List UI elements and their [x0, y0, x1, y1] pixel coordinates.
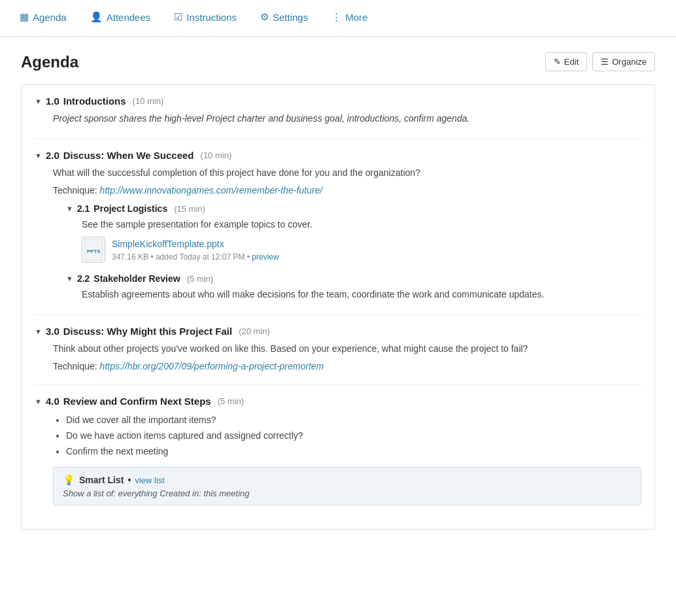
section-2-header: ▼ 2.0 Discuss: When We Succeed (10 min)	[35, 150, 641, 161]
section-2-technique: Technique: http://www.innovationgames.co…	[53, 185, 641, 196]
settings-icon: ⚙	[260, 11, 269, 23]
section-3-toggle[interactable]: ▼	[35, 328, 42, 335]
section-2: ▼ 2.0 Discuss: When We Succeed (10 min) …	[35, 150, 641, 301]
page-content: Agenda ✎ Edit ☰ Organize ▼ 1.0 Introduct…	[0, 37, 676, 545]
sub-2-1-time: (15 min)	[174, 204, 205, 214]
section-3-time: (20 min)	[239, 326, 270, 336]
smart-list-box: 💡 Smart List • view list Show a list of:…	[53, 467, 641, 505]
smart-list-created-value: this meeting	[203, 488, 249, 498]
sub-2-2-description: Establish agreements about who will make…	[82, 288, 641, 301]
section-2-description: What will the successful completion of t…	[53, 166, 641, 180]
edit-button[interactable]: ✎ Edit	[545, 52, 587, 71]
section-2-body: What will the successful completion of t…	[35, 166, 641, 301]
section-4-body: Did we cover all the important items? Do…	[35, 412, 641, 505]
organize-button[interactable]: ☰ Organize	[592, 52, 655, 71]
nav-settings[interactable]: ⚙ Settings	[251, 0, 317, 37]
section-1-number: 1.0	[46, 95, 59, 107]
file-name-link[interactable]: SimpleKickoffTemplate.pptx	[112, 237, 279, 251]
svg-text:PPTX: PPTX	[87, 248, 101, 254]
smart-list-meta: Show a list of: everything Created in: t…	[63, 488, 632, 498]
edit-icon: ✎	[554, 57, 561, 67]
section-4-toggle[interactable]: ▼	[35, 398, 42, 405]
file-attachment: PPTX SimpleKickoffTemplate.pptx 347.16 K…	[82, 237, 641, 263]
section-3-body: Think about other projects you've worked…	[35, 342, 641, 371]
smart-list-dot: •	[127, 475, 131, 485]
section-1-toggle[interactable]: ▼	[35, 97, 42, 105]
nav-more[interactable]: ⋮ More	[322, 0, 377, 37]
organize-icon: ☰	[601, 57, 609, 67]
sub-2-2-body: Establish agreements about who will make…	[66, 288, 641, 301]
technique-label-3: Technique:	[53, 361, 97, 371]
sub-2-1-toggle[interactable]: ▼	[66, 205, 73, 213]
more-icon: ⋮	[331, 11, 341, 23]
nav-attendees[interactable]: 👤 Attendees	[81, 0, 160, 37]
attendees-icon: 👤	[90, 11, 103, 23]
nav-settings-label: Settings	[273, 12, 308, 23]
section-4: ▼ 4.0 Review and Confirm Next Steps (5 m…	[35, 396, 641, 505]
section-2-number: 2.0	[46, 150, 59, 161]
technique-link-2[interactable]: http://www.innovationgames.com/remember-…	[100, 185, 323, 196]
section-3-title: Discuss: Why Might this Project Fail	[63, 326, 232, 337]
section-4-bullets: Did we cover all the important items? Do…	[53, 412, 641, 459]
smart-list-show-value: everything	[118, 488, 158, 498]
smart-list-label: Smart List	[79, 475, 124, 485]
section-3-header: ▼ 3.0 Discuss: Why Might this Project Fa…	[35, 326, 641, 337]
page-title: Agenda	[21, 53, 78, 71]
smart-list-show-label: Show a list of:	[63, 488, 116, 498]
navigation-bar: ▦ Agenda 👤 Attendees ☑ Instructions ⚙ Se…	[0, 0, 676, 37]
nav-attendees-label: Attendees	[107, 12, 151, 23]
file-size: 347.16 KB	[112, 252, 148, 262]
divider-1	[35, 139, 641, 139]
section-1-time: (10 min)	[133, 96, 164, 106]
section-4-number: 4.0	[46, 396, 59, 407]
nav-instructions[interactable]: ☑ Instructions	[165, 0, 246, 37]
section-4-title: Review and Confirm Next Steps	[63, 396, 211, 407]
bullet-2: Do we have action items captured and ass…	[66, 428, 641, 443]
section-2-toggle[interactable]: ▼	[35, 152, 42, 160]
section-1-body: Project sponsor shares the high-level Pr…	[35, 112, 641, 126]
section-4-header: ▼ 4.0 Review and Confirm Next Steps (5 m…	[35, 396, 641, 407]
sub-2-2-title: Stakeholder Review	[93, 273, 180, 284]
nav-agenda[interactable]: ▦ Agenda	[10, 0, 76, 37]
page-header: Agenda ✎ Edit ☰ Organize	[21, 52, 655, 71]
technique-label: Technique:	[53, 185, 97, 196]
section-1: ▼ 1.0 Introductions (10 min) Project spo…	[35, 95, 641, 126]
smart-list-created-label: Created in:	[160, 488, 201, 498]
bullet-1: Did we cover all the important items?	[66, 412, 641, 428]
sub-section-2-2-header: ▼ 2.2 Stakeholder Review (5 min)	[66, 273, 641, 284]
preview-link[interactable]: preview	[252, 252, 279, 262]
sub-2-2-number: 2.2	[77, 273, 90, 284]
sub-2-1-body: See the sample presentation for example …	[66, 218, 641, 263]
section-2-title: Discuss: When We Succeed	[63, 150, 194, 161]
agenda-icon: ▦	[20, 11, 29, 23]
section-1-header: ▼ 1.0 Introductions (10 min)	[35, 95, 641, 107]
section-3-number: 3.0	[46, 326, 59, 337]
section-4-time: (5 min)	[218, 396, 244, 406]
divider-3	[35, 385, 641, 385]
agenda-content: ▼ 1.0 Introductions (10 min) Project spo…	[21, 84, 655, 530]
nav-agenda-label: Agenda	[33, 12, 67, 23]
sub-2-2-toggle[interactable]: ▼	[66, 275, 73, 282]
smart-list-view-link[interactable]: view list	[135, 475, 165, 485]
section-3-description: Think about other projects you've worked…	[53, 342, 641, 356]
section-1-description: Project sponsor shares the high-level Pr…	[53, 112, 641, 126]
sub-2-2-time: (5 min)	[187, 274, 213, 284]
edit-label: Edit	[564, 57, 579, 67]
instructions-icon: ☑	[174, 11, 182, 23]
sub-2-1-title: Project Logistics	[93, 203, 167, 214]
section-3-technique: Technique: https://hbr.org/2007/09/perfo…	[53, 361, 641, 371]
sub-2-1-number: 2.1	[77, 203, 90, 214]
technique-link-3[interactable]: https://hbr.org/2007/09/performing-a-pro…	[100, 361, 324, 371]
sub-section-2-1-header: ▼ 2.1 Project Logistics (15 min)	[66, 203, 641, 214]
organize-label: Organize	[612, 57, 647, 67]
bullet-3: Confirm the next meeting	[66, 443, 641, 459]
nav-instructions-label: Instructions	[186, 12, 237, 23]
sub-section-2-1: ▼ 2.1 Project Logistics (15 min) See the…	[66, 203, 641, 263]
bulb-icon: 💡	[63, 474, 75, 486]
sub-section-2-2: ▼ 2.2 Stakeholder Review (5 min) Establi…	[66, 273, 641, 301]
nav-more-label: More	[345, 12, 367, 23]
file-meta: 347.16 KB • added Today at 12:07 PM • pr…	[112, 251, 279, 263]
section-2-time: (10 min)	[201, 150, 232, 160]
smart-list-header: 💡 Smart List • view list	[63, 474, 632, 486]
header-actions: ✎ Edit ☰ Organize	[545, 52, 655, 71]
